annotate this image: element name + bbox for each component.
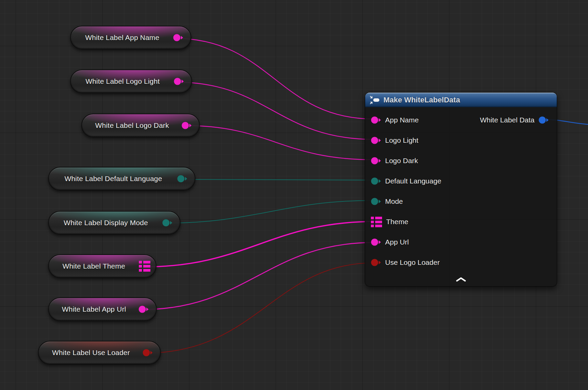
getter-label: White Label Display Mode [64, 219, 148, 227]
wire-logo-light[interactable] [175, 82, 374, 139]
collapse-node-button[interactable] [365, 273, 557, 286]
getter-label: White Label Theme [62, 262, 125, 270]
string-output-pin[interactable] [182, 121, 192, 130]
getter-node-logo-light[interactable]: White Label Logo Light [70, 70, 192, 93]
wire-app-url[interactable] [141, 242, 374, 310]
wire-display-mode[interactable] [164, 200, 374, 223]
getter-label: White Label App Name [85, 34, 160, 42]
pin-row: Logo Dark [365, 151, 557, 171]
string-input-pin[interactable] [371, 136, 381, 144]
pin-label: Theme [386, 218, 408, 226]
getter-node-use-loader[interactable]: White Label Use Loader [38, 341, 161, 365]
pin-label: App Name [385, 116, 419, 124]
pin-label: Logo Light [385, 136, 418, 144]
string-output-pin[interactable] [174, 77, 184, 85]
getter-label: White Label Use Loader [52, 349, 130, 357]
pin-label: Logo Dark [385, 157, 418, 165]
getter-label: White Label Logo Dark [95, 121, 169, 130]
output-pin-label: White Label Data [480, 116, 534, 124]
pin-row: Use Logo Loader [365, 252, 557, 273]
getter-label: White Label Logo Light [85, 77, 160, 85]
pin-label: Default Language [385, 177, 441, 185]
node-body: App Name White Label Data Logo Light [365, 107, 557, 286]
make-whitelabeldata-node[interactable]: Make WhiteLabelData App Name White Label… [365, 92, 557, 287]
getter-label: White Label App Url [62, 305, 126, 313]
getter-label: White Label Default Language [64, 175, 162, 183]
pin-row: Theme [365, 212, 557, 232]
getter-node-app-name[interactable]: White Label App Name [70, 26, 191, 50]
struct-grid-input-pin[interactable] [371, 216, 382, 228]
enum-input-pin[interactable] [371, 197, 381, 206]
pin-label: Use Logo Loader [385, 258, 440, 267]
enum-output-pin[interactable] [177, 175, 187, 183]
string-input-pin[interactable] [371, 157, 381, 165]
wire-default-language[interactable] [179, 179, 374, 180]
string-input-pin[interactable] [371, 238, 381, 246]
pin-row: Logo Light [365, 130, 557, 151]
enum-output-pin[interactable] [162, 219, 172, 227]
getter-node-app-url[interactable]: White Label App Url [48, 297, 157, 321]
pin-row: Mode [365, 191, 557, 212]
wire-app-name[interactable] [174, 38, 374, 119]
pin-row: App Url [365, 232, 557, 252]
string-input-pin[interactable] [371, 116, 381, 124]
make-struct-icon [370, 96, 380, 104]
string-output-pin[interactable] [173, 34, 183, 42]
blueprint-graph-canvas[interactable]: White Label App Name White Label Logo Li… [0, 0, 588, 390]
getter-node-logo-dark[interactable]: White Label Logo Dark [81, 114, 200, 137]
getter-node-theme[interactable]: White Label Theme [48, 254, 156, 278]
enum-input-pin[interactable] [371, 177, 381, 185]
node-header[interactable]: Make WhiteLabelData [365, 93, 557, 107]
chevron-up-icon [456, 277, 466, 282]
pin-label: App Url [385, 238, 409, 246]
pin-label: Mode [385, 197, 403, 206]
node-title: Make WhiteLabelData [383, 96, 460, 104]
pin-row: App Name White Label Data [365, 110, 557, 130]
getter-node-display-mode[interactable]: White Label Display Mode [48, 211, 181, 235]
getter-node-default-language[interactable]: White Label Default Language [48, 167, 195, 191]
pin-row: Default Language [365, 171, 557, 191]
struct-output-pin[interactable] [539, 116, 549, 124]
bool-output-pin[interactable] [143, 349, 153, 357]
wire-logo-dark[interactable] [184, 125, 374, 160]
wire-use-loader[interactable] [145, 263, 374, 353]
struct-grid-output-pin[interactable] [139, 260, 150, 272]
string-output-pin[interactable] [139, 305, 149, 313]
bool-input-pin[interactable] [371, 258, 381, 267]
